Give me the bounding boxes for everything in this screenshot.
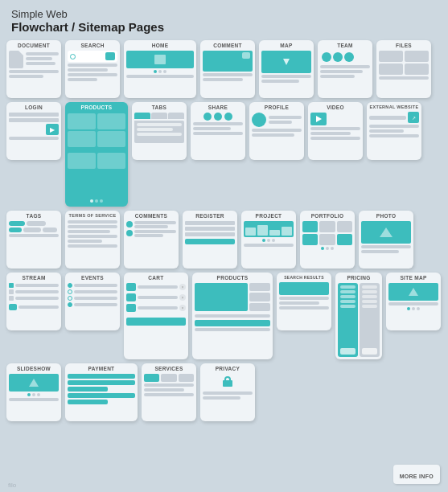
- card-search-results[interactable]: SEARCH RESULTS: [277, 273, 331, 330]
- card-comment-label: COMMENT: [200, 40, 255, 49]
- cart-remove-icon[interactable]: ×: [179, 294, 186, 301]
- card-products-phone[interactable]: PRODUCTS: [65, 102, 128, 207]
- share-icon: [203, 113, 212, 121]
- card-terms[interactable]: TERMS OF SERVICE: [65, 211, 120, 269]
- portfolio-cell: [319, 221, 335, 232]
- cart-remove-icon[interactable]: ×: [179, 305, 186, 311]
- dot: [326, 247, 329, 250]
- dot-active: [321, 247, 324, 250]
- dot: [32, 393, 35, 396]
- card-share[interactable]: SHARE: [191, 102, 245, 160]
- slideshow-icon: [29, 379, 39, 387]
- payment-line: [68, 400, 108, 404]
- event-checkbox: [68, 296, 72, 301]
- pricing-button[interactable]: [362, 348, 377, 355]
- tag-item: [23, 228, 41, 232]
- file-icon: [405, 64, 429, 75]
- card-slideshow[interactable]: SLIDESHOW: [6, 363, 61, 421]
- card-video-label: VIDEO: [308, 102, 363, 111]
- tag-item: [27, 221, 46, 226]
- card-tabs-label: TABS: [132, 102, 187, 111]
- stream-search-icon: [9, 304, 17, 310]
- dot: [100, 199, 103, 203]
- card-cart[interactable]: CaRT × × ×: [124, 273, 188, 359]
- card-services[interactable]: ServICES: [142, 363, 196, 421]
- card-tabs[interactable]: TABS: [132, 102, 187, 160]
- card-pricing[interactable]: PRICING: [335, 273, 382, 359]
- card-video[interactable]: VIDEO: [308, 102, 363, 160]
- card-products2[interactable]: PRODUCTS: [192, 273, 273, 359]
- cart-remove-icon[interactable]: ×: [179, 284, 186, 290]
- pricing-button[interactable]: [340, 348, 356, 355]
- chart-bar: [245, 228, 256, 236]
- card-files[interactable]: FILES: [376, 40, 431, 98]
- payment-line: [68, 380, 135, 385]
- dot: [95, 199, 98, 203]
- card-services-label: ServICES: [142, 363, 196, 372]
- card-search[interactable]: SEARCH: [65, 40, 120, 98]
- nav-dot: [158, 70, 162, 73]
- card-privacy[interactable]: PRIVACY: [200, 363, 255, 421]
- add-to-cart-button[interactable]: [195, 320, 270, 326]
- cart-item-image: [126, 283, 136, 291]
- product-cell: [97, 113, 125, 129]
- more-info-area: MORE INFO: [393, 465, 440, 484]
- comment-bubble-icon: [242, 52, 250, 59]
- card-tags-label: TAGS: [6, 211, 61, 219]
- lock-icon: [223, 376, 232, 387]
- services-tab: [144, 374, 159, 382]
- card-events-label: EVENTS: [65, 273, 120, 281]
- card-external-website[interactable]: EXTERNAL WEBSITE ↗: [367, 102, 421, 160]
- login-arrow-icon: ▶: [46, 124, 59, 135]
- dot: [267, 239, 270, 242]
- card-profile[interactable]: PROFILE: [249, 102, 304, 160]
- register-button[interactable]: [185, 239, 235, 244]
- card-cart-label: CaRT: [124, 273, 188, 281]
- card-tags[interactable]: TAGS: [6, 211, 61, 269]
- profile-avatar: [252, 113, 266, 127]
- cart-item-image: [126, 304, 136, 312]
- card-document[interactable]: DOCUMENT: [6, 40, 61, 98]
- card-login[interactable]: LOGIN ▶: [6, 102, 61, 160]
- card-map-label: MAP: [259, 40, 314, 49]
- card-project[interactable]: PROJECT: [241, 211, 296, 269]
- title-line2: Flowchart / Sitemap Pages: [11, 20, 437, 34]
- event-checkbox: [68, 283, 72, 288]
- card-login-label: LOGIN: [6, 102, 61, 111]
- dot: [37, 393, 40, 396]
- card-team[interactable]: TEAM: [318, 40, 372, 98]
- page-title: Simple Web Flowchart / Sitemap Pages: [0, 0, 448, 39]
- sitemap-image: [388, 283, 438, 301]
- card-portfolio[interactable]: PORTFOLIO: [300, 211, 355, 269]
- payment-line: [68, 387, 108, 392]
- title-line1: Simple Web: [11, 8, 437, 20]
- play-icon: [316, 116, 322, 122]
- card-register[interactable]: REGISTER: [183, 211, 237, 269]
- card-terms-label: TERMS OF SERVICE: [65, 211, 120, 219]
- payment-line: [68, 393, 135, 398]
- card-comment[interactable]: COMMENT: [200, 40, 255, 98]
- card-events[interactable]: EVENTS: [65, 273, 120, 330]
- card-map[interactable]: MAP: [259, 40, 314, 98]
- map-pin-icon: [283, 59, 290, 65]
- card-comments[interactable]: COMMENTS: [124, 211, 179, 269]
- card-products2-label: PRODUCTS: [192, 273, 273, 281]
- card-home[interactable]: HOME: [124, 40, 196, 98]
- card-payment-label: PAYMENT: [65, 363, 138, 372]
- card-stream-label: STREAM: [6, 273, 61, 281]
- card-search-label: SEARCH: [65, 40, 120, 49]
- card-stream[interactable]: STREAM: [6, 273, 61, 330]
- tab: [168, 113, 184, 119]
- checkout-button[interactable]: [126, 318, 186, 326]
- cart-item-image: [126, 293, 136, 301]
- card-photo[interactable]: PHOTO: [359, 211, 413, 269]
- card-sitemap[interactable]: SITE MAP: [386, 273, 441, 330]
- portfolio-cell: [337, 234, 352, 245]
- stream-icon: [9, 296, 14, 301]
- product-cell: [68, 113, 96, 129]
- nav-dot-active: [154, 70, 157, 73]
- team-avatar: [333, 52, 343, 62]
- card-payment[interactable]: PAYMENT: [65, 363, 138, 421]
- tag-item: [43, 228, 57, 232]
- chart-bar: [257, 225, 268, 236]
